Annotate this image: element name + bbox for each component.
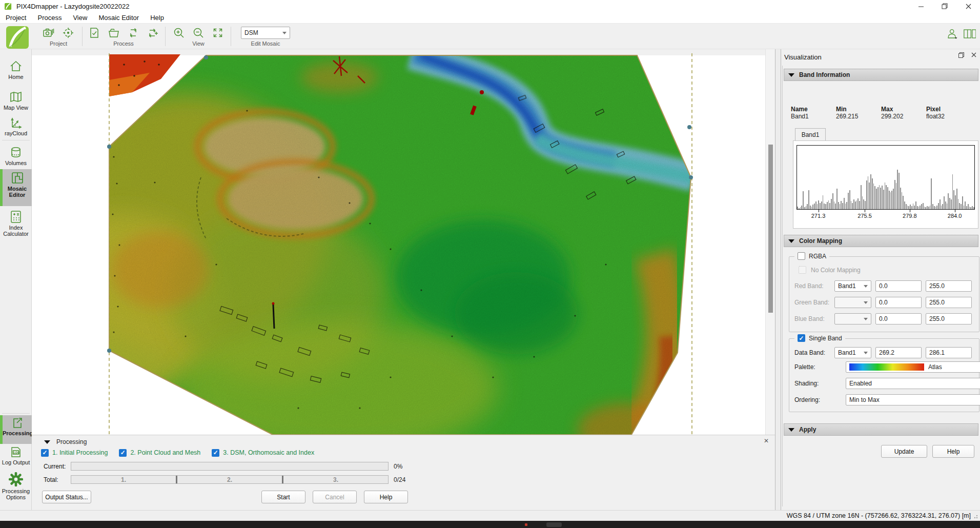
data-band-select[interactable]: Band1	[834, 347, 871, 358]
histogram-tick-label: 275.5	[858, 213, 872, 219]
step2-checkbox[interactable]: ✓	[119, 449, 127, 457]
apply-help-button[interactable]: Help	[932, 445, 974, 458]
coordinate-readout: WGS 84 / UTM zone 16N - (757266.62, 3763…	[787, 512, 971, 519]
toolbar: Project Process View DSM	[0, 24, 980, 49]
red-band-label: Red Band:	[794, 282, 834, 290]
add-images-icon[interactable]	[43, 27, 55, 39]
band-info-table: Name Min Max Pixel Band1 269.215 299.202…	[791, 106, 971, 120]
rgba-label: RGBA	[809, 253, 826, 260]
cancel-button[interactable]: Cancel	[313, 491, 357, 503]
user-account-icon[interactable]	[946, 28, 958, 40]
zoom-in-icon[interactable]	[173, 27, 185, 39]
red-band-min-input[interactable]: 0.0	[875, 280, 922, 292]
panel-splitter[interactable]	[775, 49, 781, 510]
step-dsm-orthomosaic[interactable]: ✓3. DSM, Orthomosaic and Index	[212, 449, 314, 457]
minimize-button[interactable]	[909, 0, 933, 12]
visualization-panel: Visualization Band Information Name Min …	[781, 49, 980, 510]
undock-panel-icon[interactable]	[958, 52, 965, 58]
sidebar-item-index-calculator[interactable]: IndexCalculator	[0, 209, 32, 237]
sidebar-item-home[interactable]: Home	[0, 58, 32, 80]
menu-process[interactable]: Process	[32, 13, 67, 23]
start-button[interactable]: Start	[261, 491, 305, 503]
collapse-triangle-icon	[788, 239, 794, 243]
taskbar-strip	[0, 521, 980, 528]
output-status-button[interactable]: Output Status...	[42, 491, 91, 503]
toolbar-group-edit-mosaic-label: Edit Mosaic	[235, 40, 296, 47]
sidebar: Home Map View rayCloud Volumes MosaicEdi…	[0, 49, 32, 510]
green-band-min-input[interactable]: 0.0	[875, 297, 922, 308]
toolbar-separator	[231, 27, 231, 46]
no-color-mapping-checkbox[interactable]	[799, 266, 806, 274]
ordering-select[interactable]: Min to Max	[846, 394, 980, 405]
single-band-checkbox[interactable]: ✓	[798, 334, 805, 342]
scrollbar-thumb[interactable]	[768, 145, 773, 313]
sidebar-item-processing[interactable]: Processing	[0, 415, 32, 444]
chevron-down-icon	[864, 318, 868, 320]
step3-checkbox[interactable]: ✓	[212, 449, 219, 457]
band1-tab[interactable]: Band1	[795, 128, 826, 140]
reprocess-add-icon[interactable]	[147, 27, 159, 39]
menu-mosaic-editor[interactable]: Mosaic Editor	[93, 13, 145, 23]
palette-select[interactable]: Atlas	[846, 361, 980, 373]
sidebar-item-mosaic-editor[interactable]: MosaicEditor	[0, 169, 32, 206]
shading-select[interactable]: Enabled	[846, 378, 980, 389]
rgba-checkbox[interactable]	[798, 252, 805, 260]
histogram-tick	[955, 210, 955, 212]
sidebar-item-raycloud[interactable]: rayCloud	[0, 115, 32, 136]
current-progress-value: 0%	[394, 463, 402, 470]
blue-band-max-input[interactable]: 255.0	[926, 313, 972, 324]
mosaic-layer-select[interactable]: DSM	[241, 27, 290, 39]
apply-header[interactable]: Apply	[784, 423, 978, 436]
gcp-manager-icon[interactable]	[62, 27, 74, 39]
red-band-select[interactable]: Band1	[834, 280, 871, 292]
visualization-title: Visualization	[784, 53, 822, 61]
mosaic-layer-value: DSM	[244, 29, 258, 36]
shading-label: Shading:	[794, 380, 834, 387]
zoom-out-icon[interactable]	[192, 27, 205, 39]
green-band-max-input[interactable]: 255.0	[926, 297, 972, 308]
reprocess-icon[interactable]	[127, 27, 139, 39]
blue-band-min-input[interactable]: 0.0	[875, 313, 922, 324]
histogram-tick-label: 279.8	[903, 213, 917, 219]
window-title: PIX4Dmapper - Lazydogsite20022022	[16, 3, 129, 10]
total-progress-bar: 1. 2. 3.	[71, 475, 389, 484]
menu-help[interactable]: Help	[145, 13, 170, 23]
map-canvas[interactable]	[32, 49, 765, 435]
sidebar-item-processing-options[interactable]: ProcessingOptions	[0, 471, 32, 500]
blue-band-select[interactable]	[834, 313, 871, 324]
fit-view-icon[interactable]	[212, 27, 224, 39]
histogram-plot[interactable]	[797, 145, 975, 210]
red-band-max-input[interactable]: 255.0	[926, 280, 972, 292]
toolbar-group-process-label: Process	[85, 40, 162, 47]
resize-grip[interactable]	[974, 514, 979, 519]
collapse-triangle-icon	[788, 428, 794, 432]
layout-panels-icon[interactable]	[964, 28, 976, 40]
data-band-max-input[interactable]: 286.1	[926, 347, 972, 358]
vertical-scrollbar[interactable]	[765, 49, 775, 435]
sidebar-item-map-view[interactable]: Map View	[0, 89, 32, 111]
processing-panel-close-icon[interactable]: ✕	[764, 437, 769, 444]
open-results-icon[interactable]	[108, 27, 120, 39]
update-button[interactable]: Update	[881, 445, 927, 458]
menu-project[interactable]: Project	[0, 13, 32, 23]
taskbar-item	[546, 522, 562, 527]
index-calculator-icon	[9, 210, 23, 224]
step-point-cloud-mesh[interactable]: ✓2. Point Cloud and Mesh	[119, 449, 200, 457]
step1-checkbox[interactable]: ✓	[41, 449, 49, 457]
color-mapping-header[interactable]: Color Mapping	[784, 235, 978, 247]
close-button[interactable]	[956, 0, 980, 12]
help-button[interactable]: Help	[364, 491, 408, 503]
green-band-select[interactable]	[834, 297, 871, 308]
processing-options-icon[interactable]	[88, 27, 100, 39]
data-band-min-input[interactable]: 269.2	[875, 347, 922, 358]
menu-view[interactable]: View	[67, 13, 93, 23]
toolbar-separator	[82, 27, 83, 46]
close-panel-icon[interactable]	[971, 52, 977, 58]
sidebar-item-volumes[interactable]: Volumes	[0, 145, 32, 166]
step-initial-processing[interactable]: ✓1. Initial Processing	[41, 449, 108, 457]
band-information-header[interactable]: Band Information	[784, 69, 978, 81]
sidebar-item-log-output[interactable]: LOG Log Output	[0, 445, 32, 465]
volumes-cylinder-icon	[9, 146, 23, 159]
restore-button[interactable]	[933, 0, 956, 12]
processing-panel-header[interactable]: Processing	[44, 438, 87, 445]
